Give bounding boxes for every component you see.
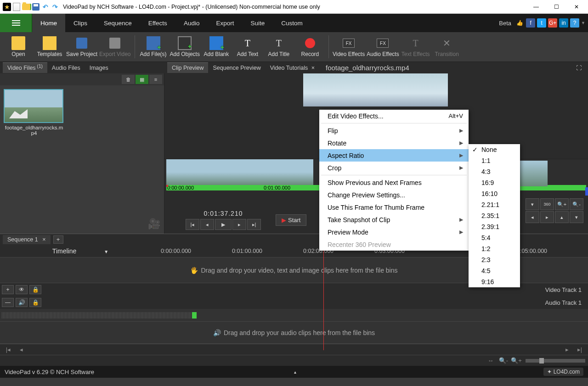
hamburger-menu[interactable]: [0, 14, 32, 32]
text-effects-button[interactable]: TText Effects: [401, 33, 430, 61]
add-blank-button[interactable]: Add Blank: [202, 33, 231, 61]
add-title-button[interactable]: TAdd Title: [264, 33, 294, 61]
scroll-start-icon[interactable]: |◂: [3, 346, 14, 354]
aspect-4-5[interactable]: 4:5: [469, 265, 520, 276]
tab-custom[interactable]: Custom: [273, 14, 311, 32]
record-button[interactable]: Record: [295, 33, 325, 61]
close-seq-icon[interactable]: ×: [42, 236, 45, 243]
help-icon[interactable]: ?: [570, 18, 579, 28]
aspect-239-1[interactable]: 2.39:1: [469, 221, 520, 232]
zoom-out-icon[interactable]: 🔍-: [498, 357, 509, 365]
save-icon[interactable]: [32, 3, 40, 11]
bin-tab-audio[interactable]: Audio Files: [47, 63, 85, 73]
preview-tab-clip[interactable]: Clip Preview: [167, 62, 208, 73]
ctx-aspect-ratio[interactable]: Aspect Ratio▶: [319, 149, 469, 162]
bin-listview-icon[interactable]: ≡: [149, 75, 162, 84]
googleplus-icon[interactable]: G+: [548, 18, 557, 28]
start-button[interactable]: ▶Start: [276, 214, 306, 226]
bin-delete-icon[interactable]: 🗑: [122, 75, 135, 84]
maximize-button[interactable]: ☐: [550, 4, 562, 10]
bin-tab-images[interactable]: Images: [85, 63, 113, 73]
open-folder-icon[interactable]: [22, 3, 30, 11]
audio-waveform-row[interactable]: [0, 309, 588, 322]
timeline-dropdown-icon[interactable]: ▼: [104, 249, 108, 254]
video-effects-button[interactable]: FXVideo Effects: [333, 33, 365, 61]
ctx-crop[interactable]: Crop▶: [319, 162, 469, 174]
tab-export[interactable]: Export: [208, 14, 242, 32]
zoom-in-icon[interactable]: 🔍+: [555, 198, 569, 210]
bin-tab-video[interactable]: Video Files(1): [3, 62, 47, 73]
aspect-5-4[interactable]: 5:4: [469, 232, 520, 243]
clip-item[interactable]: footage_oldharryrocks.mp4: [4, 89, 64, 136]
tab-clips[interactable]: Clips: [65, 14, 96, 32]
like-icon[interactable]: 👍: [515, 18, 524, 28]
play-button[interactable]: ▶: [215, 219, 232, 230]
transition-button[interactable]: ✕Transition: [432, 33, 462, 61]
track-visible-icon[interactable]: 👁: [16, 285, 28, 294]
preview-tab-sequence[interactable]: Sequence Preview: [208, 63, 265, 73]
tab-suite[interactable]: Suite: [242, 14, 273, 32]
prev-frame-button[interactable]: |◂: [186, 219, 199, 230]
360-icon[interactable]: 360: [540, 198, 554, 210]
help-dropdown-icon[interactable]: ▼: [581, 21, 585, 25]
audio-effects-button[interactable]: FXAudio Effects: [367, 33, 399, 61]
tab-sequence[interactable]: Sequence: [96, 14, 140, 32]
pan-down-icon[interactable]: ▾: [570, 211, 583, 223]
ctx-preview-mode[interactable]: Preview Mode▶: [319, 226, 469, 238]
statusbar-expand-icon[interactable]: ▴: [294, 369, 296, 375]
templates-button[interactable]: Templates: [35, 33, 64, 61]
scroll-left-icon[interactable]: ◂: [16, 346, 27, 354]
ctx-thumb-frame[interactable]: Use This Frame for Thumb Frame: [319, 201, 469, 213]
aspect-9-16[interactable]: 9:16: [469, 276, 520, 287]
aspect-1-2[interactable]: 1:2: [469, 243, 520, 254]
redo-icon[interactable]: ↷: [51, 3, 59, 11]
forward-button[interactable]: ▸: [232, 219, 246, 230]
pan-left-icon[interactable]: ◂: [526, 211, 539, 223]
add-track-button[interactable]: +: [2, 285, 14, 294]
minimize-button[interactable]: —: [530, 4, 542, 10]
aspect-221-1[interactable]: 2.21:1: [469, 199, 520, 210]
strip-thumb-right[interactable]: [520, 161, 548, 186]
ctx-show-prev-next[interactable]: Show Previous and Next Frames: [319, 176, 469, 189]
strip-end-marker[interactable]: [585, 187, 588, 196]
aspect-16-9[interactable]: 16:9: [469, 177, 520, 188]
camera-icon[interactable]: 🎥: [144, 214, 164, 234]
linkedin-icon[interactable]: in: [559, 18, 568, 28]
scroll-right-icon[interactable]: ▸: [561, 346, 572, 354]
track-lock-icon[interactable]: 🔒: [29, 285, 41, 294]
aspect-1-1[interactable]: 1:1: [469, 155, 520, 166]
aspect-16-10[interactable]: 16:10: [469, 188, 520, 199]
open-button[interactable]: Open: [4, 33, 33, 61]
preview-tab-tutorials[interactable]: Video Tutorials ×: [266, 63, 319, 73]
track-mute-icon[interactable]: 🔊: [16, 298, 28, 307]
zoom-fit-icon[interactable]: ↔: [485, 357, 496, 365]
tab-audio[interactable]: Audio: [175, 14, 208, 32]
zoom-slider[interactable]: [526, 359, 585, 363]
pan-up-icon[interactable]: ▴: [555, 211, 569, 223]
timeline-playhead[interactable]: [323, 245, 324, 350]
add-sequence-button[interactable]: +: [53, 235, 63, 244]
close-tab-icon[interactable]: ×: [311, 65, 315, 71]
twitter-icon[interactable]: t: [537, 18, 546, 28]
ctx-snapshot[interactable]: Take Snapshot of Clip▶: [319, 213, 469, 226]
undo-icon[interactable]: ↶: [41, 3, 50, 11]
zoom-in-icon[interactable]: 🔍+: [511, 357, 522, 365]
aspect-none[interactable]: None: [469, 144, 520, 155]
save-project-button[interactable]: Save Project: [66, 33, 97, 61]
track-lock-icon[interactable]: 🔒: [29, 298, 41, 307]
aspect-4-3[interactable]: 4:3: [469, 166, 520, 177]
aspect-235-1[interactable]: 2.35:1: [469, 210, 520, 221]
close-button[interactable]: ✕: [571, 4, 582, 10]
add-objects-button[interactable]: Add Objects: [170, 33, 200, 61]
expand-preview-icon[interactable]: ⛶: [572, 65, 585, 71]
zoom-out-icon[interactable]: 🔍-: [570, 198, 583, 210]
add-text-button[interactable]: TAdd Text: [233, 33, 262, 61]
sequence-tab-1[interactable]: Sequence 1 ×: [3, 235, 51, 244]
bin-thumbview-icon[interactable]: ▦: [136, 75, 148, 84]
next-frame-button[interactable]: ▸|: [247, 219, 261, 230]
audio-track-drop[interactable]: 🔊Drag and drop your audio clips here fro…: [0, 322, 588, 344]
tab-effects[interactable]: Effects: [140, 14, 175, 32]
ctx-flip[interactable]: Flip▶: [319, 124, 469, 137]
strip-thumb[interactable]: [166, 159, 240, 185]
ctx-edit-video-effects[interactable]: Edit Video Effects...Alt+V: [319, 110, 469, 122]
